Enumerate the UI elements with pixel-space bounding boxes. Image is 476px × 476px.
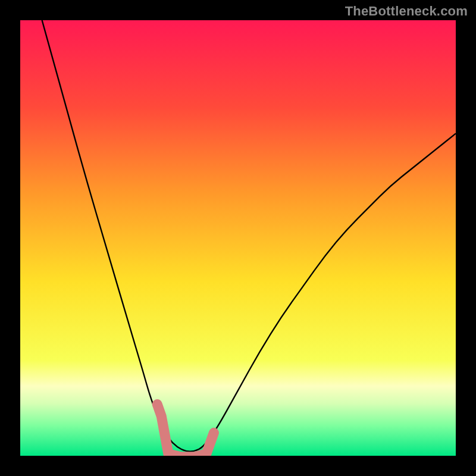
svg-rect-0 [20, 20, 456, 456]
plot-area [20, 20, 456, 456]
watermark-text: TheBottleneck.com [345, 4, 468, 19]
chart-frame: TheBottleneck.com [0, 0, 476, 476]
background-gradient [20, 20, 456, 456]
